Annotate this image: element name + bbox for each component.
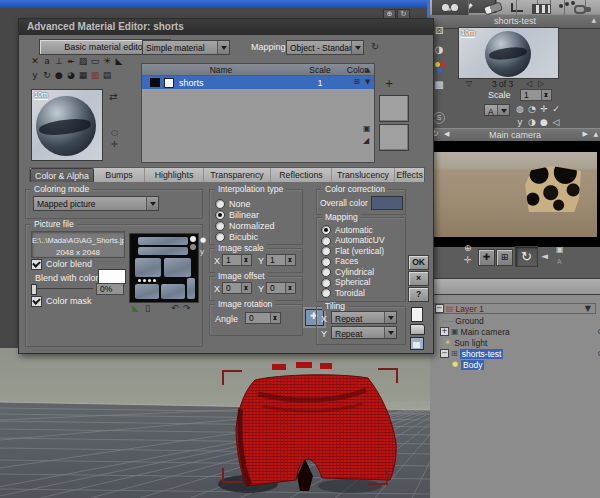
- image-offset-y-spinner[interactable]: [285, 283, 295, 293]
- mode-dropdown-arrow[interactable]: [497, 105, 509, 115]
- overall-color-swatch[interactable]: [371, 196, 403, 210]
- next-material-icon[interactable]: ▷: [538, 80, 544, 88]
- radio-normalized[interactable]: Normalized: [215, 221, 275, 231]
- camera-collapse-icon[interactable]: ▲: [593, 131, 598, 137]
- list-move-up-icon[interactable]: ▲: [365, 67, 370, 74]
- delete-icon[interactable]: ✕: [29, 55, 41, 67]
- blend-slider-handle[interactable]: [31, 284, 37, 295]
- tab-effects[interactable]: Effects: [395, 168, 424, 182]
- new-file-icon[interactable]: [411, 307, 423, 322]
- expander-closed-icon[interactable]: +: [440, 327, 449, 336]
- help-button[interactable]: ?: [408, 287, 429, 302]
- zoom-tool-icon[interactable]: ⊕: [464, 244, 472, 253]
- tool-icon-sphere[interactable]: ◑: [526, 116, 538, 128]
- tree-row-sunlight[interactable]: ☀ Sun light ⊙: [430, 337, 600, 348]
- scale-stepper[interactable]: 1: [520, 89, 552, 101]
- frame-icon[interactable]: ▭: [89, 55, 101, 67]
- image-scale-x[interactable]: 1: [222, 254, 252, 266]
- tool-icon-check[interactable]: ✓: [550, 103, 562, 115]
- texture-preview[interactable]: [129, 233, 199, 303]
- color-mask-row[interactable]: Color mask: [31, 296, 92, 307]
- angle-spinner[interactable]: [270, 313, 280, 323]
- image-scale-y-spinner[interactable]: [285, 255, 295, 265]
- radio-toroidal[interactable]: Toroidal: [321, 288, 365, 298]
- import-icon[interactable]: ↞: [65, 55, 77, 67]
- texture-pick-icon[interactable]: y: [200, 247, 204, 256]
- paste-texture-icon[interactable]: ◣: [132, 304, 139, 313]
- tree-row-shorts-test[interactable]: − ⊞ shorts-test ⊙: [430, 348, 600, 359]
- tab-transparency[interactable]: Transparency: [204, 168, 271, 182]
- mode-dropdown[interactable]: A: [484, 104, 510, 116]
- s-badge-icon[interactable]: S: [433, 112, 445, 124]
- image-scale-y[interactable]: 1: [266, 254, 296, 266]
- tool-icon-hand[interactable]: ✛: [538, 103, 550, 115]
- radio-faces[interactable]: Faces: [321, 257, 358, 267]
- grid2-icon[interactable]: ▥: [89, 69, 101, 81]
- radio-flat-vertical[interactable]: Flat (vertical): [321, 246, 384, 256]
- radio-automatic[interactable]: Automatic: [321, 225, 373, 235]
- 3d-viewport[interactable]: [0, 348, 430, 498]
- color-blend-checkbox[interactable]: [31, 259, 42, 270]
- radio-cylindrical[interactable]: Cylindrical: [321, 267, 374, 277]
- tab-color-alpha[interactable]: Color & Alpha: [30, 168, 94, 182]
- lock-small-icon[interactable]: ▣: [363, 125, 371, 133]
- expander-open-icon[interactable]: −: [435, 304, 444, 313]
- tree-row-ground[interactable]: ···· Ground ○: [430, 315, 600, 326]
- swatch-slot-1[interactable]: [379, 95, 409, 122]
- grid3-icon[interactable]: ▤: [101, 69, 113, 81]
- mapping-dropdown[interactable]: Object - Standard: [286, 40, 364, 55]
- tree-row-layer[interactable]: − ▤ Layer 1 ▼: [432, 303, 596, 314]
- ok-button[interactable]: OK: [408, 255, 429, 270]
- color-mask-checkbox[interactable]: [31, 296, 42, 307]
- sun-icon[interactable]: ☀: [101, 55, 113, 67]
- checker-ball-icon[interactable]: ◑: [432, 43, 446, 57]
- preview-dropdown-icon[interactable]: ▽: [466, 80, 472, 88]
- radio-bicubic[interactable]: Bicubic: [215, 232, 258, 242]
- list-move-down-icon[interactable]: ▼: [365, 79, 370, 86]
- material-type-dropdown[interactable]: Simple material: [142, 40, 230, 55]
- tool-icon-mic[interactable]: y: [514, 116, 526, 128]
- tab-chain[interactable]: [566, 0, 600, 15]
- tool-icon-orbit[interactable]: ◔: [526, 103, 538, 115]
- tool-icon-ghost[interactable]: ◍: [514, 103, 526, 115]
- prev-material-icon[interactable]: ◁: [526, 80, 532, 88]
- image-scale-x-spinner[interactable]: [241, 255, 251, 265]
- texture-dot-icon[interactable]: ●: [200, 237, 206, 244]
- picture-path-box[interactable]: E:\..\Mada\AG\AG_Shorts.jpg 2048 x 2048: [31, 231, 125, 258]
- material-type-arrow[interactable]: [217, 41, 229, 54]
- rotate-camera-button[interactable]: ↻: [515, 246, 538, 267]
- expander-open-icon[interactable]: −: [440, 349, 449, 358]
- blend-percent-box[interactable]: 0%: [96, 283, 124, 295]
- tab-film[interactable]: [518, 0, 565, 15]
- small-key-icon[interactable]: ✛: [111, 141, 118, 149]
- sphere2-icon[interactable]: ◕: [65, 69, 77, 81]
- image-offset-x-spinner[interactable]: [241, 283, 251, 293]
- coloring-mode-arrow[interactable]: [146, 197, 158, 210]
- text-icon[interactable]: a: [41, 55, 53, 67]
- checker-flag-icon[interactable]: ▩: [432, 78, 446, 92]
- tab-highlights[interactable]: Highlights: [145, 168, 204, 182]
- dialog-title[interactable]: Advanced Material Editor: shorts: [19, 19, 433, 35]
- visibility-eye-icon[interactable]: ▼: [585, 305, 591, 313]
- add-material-icon[interactable]: +: [385, 79, 393, 89]
- open-folder-icon[interactable]: [410, 324, 425, 335]
- scale-spinner[interactable]: [541, 90, 551, 100]
- tiling-y-arrow[interactable]: [384, 327, 396, 338]
- rotate-right-icon[interactable]: ↷: [183, 304, 191, 313]
- material-list[interactable]: Name Scale Color shorts 1 ⊞: [141, 63, 375, 163]
- coloring-mode-dropdown[interactable]: Mapped picture: [33, 196, 159, 211]
- grid1-icon[interactable]: ▦: [77, 69, 89, 81]
- cancel-button[interactable]: ×: [408, 271, 429, 286]
- radio-none[interactable]: None: [215, 199, 251, 209]
- recycle-icon[interactable]: ↻: [371, 42, 379, 52]
- save-icon[interactable]: [410, 337, 424, 350]
- lamp-icon[interactable]: ⊥: [53, 55, 65, 67]
- camera-prev-icon[interactable]: ◀: [444, 131, 449, 138]
- blend-slider-track[interactable]: [31, 288, 93, 289]
- corner-small-icon[interactable]: ◢: [363, 137, 369, 145]
- tree-row-camera[interactable]: + ▣ Main camera ⊙: [430, 326, 600, 337]
- fill-icon[interactable]: ◣: [113, 55, 125, 67]
- tab-lights[interactable]: [470, 0, 517, 15]
- mapping-arrow[interactable]: [351, 41, 363, 54]
- material-thumbnail[interactable]: 10m: [31, 89, 103, 161]
